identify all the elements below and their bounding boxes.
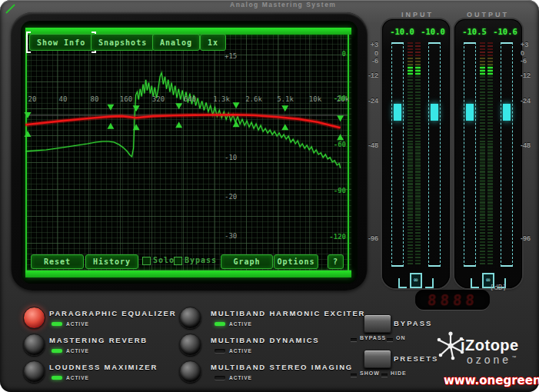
led-segment <box>480 254 485 255</box>
bypass-key-button[interactable] <box>364 314 391 333</box>
history-button[interactable]: History <box>85 254 138 269</box>
led-segment <box>415 223 421 224</box>
led-segment <box>408 131 413 133</box>
options-button[interactable]: Options <box>274 254 318 269</box>
led-segment <box>408 238 413 240</box>
solo-checkbox[interactable] <box>142 257 151 265</box>
input-meter-panel[interactable]: -10.0-10.0∞ <box>382 19 450 288</box>
toolbar-button-snapshots[interactable]: Snapshots <box>91 34 155 51</box>
led-segment <box>415 128 421 130</box>
module-label[interactable]: MASTERING REVERB <box>49 336 148 344</box>
led-segment <box>408 158 413 160</box>
led-segment <box>487 208 493 209</box>
channel-link-icon[interactable]: ∞ <box>382 273 450 288</box>
module-active-led <box>52 322 62 326</box>
led-segment <box>415 88 421 90</box>
led-segment <box>480 82 485 84</box>
toolbar-button-analog[interactable]: Analog <box>152 34 200 51</box>
module-power-button-paragraphic-equalizer[interactable] <box>23 307 45 329</box>
led-segment <box>487 122 493 124</box>
led-segment <box>408 45 413 47</box>
led-segment <box>415 263 421 264</box>
module-power-button-multiband-harmonic-exciter[interactable] <box>179 307 201 329</box>
meter-scale-label: -48 <box>521 141 531 149</box>
solo-checkbox-label[interactable]: Solo <box>153 256 175 264</box>
bypass-checkbox-label[interactable]: Bypass <box>185 256 217 264</box>
led-segment <box>408 161 413 163</box>
led-segment <box>415 42 421 44</box>
module-label[interactable]: LOUDNESS MAXIMIZER <box>49 363 158 371</box>
led-segment <box>487 232 493 234</box>
led-segment <box>480 104 485 105</box>
led-segment <box>487 98 493 99</box>
module-label[interactable]: MULTIBAND DYNAMICS <box>211 336 319 344</box>
led-segment <box>487 168 493 169</box>
led-segment <box>415 82 421 84</box>
led-segment <box>487 177 493 178</box>
led-segment <box>415 161 421 163</box>
output-meter-label: OUTPUT <box>467 11 509 18</box>
show-state-label: SHOW <box>360 370 380 376</box>
module-power-button-mastering-reverb[interactable] <box>23 334 45 356</box>
led-segment <box>415 214 421 215</box>
rms-level-block <box>431 104 438 121</box>
toolbar-button-1x[interactable]: 1x <box>200 34 226 51</box>
led-segment <box>415 95 421 96</box>
led-segment <box>415 116 421 118</box>
led-segment <box>487 198 493 200</box>
led-segment <box>480 211 485 212</box>
led-segment <box>408 192 413 194</box>
led-segment <box>415 119 421 121</box>
meter-scale-label: +3 <box>521 41 528 48</box>
presets-key-label: PRESETS <box>394 354 438 363</box>
module-power-button-multiband-stereo-imaging[interactable] <box>179 360 201 383</box>
led-segment <box>480 88 485 90</box>
rms-meter-bar-right <box>428 42 441 267</box>
toolbar-button-show-info[interactable]: Show Info <box>29 34 93 51</box>
led-segment <box>408 141 413 142</box>
module-label[interactable]: MULTIBAND STEREO IMAGING <box>211 363 353 371</box>
led-segment <box>408 247 413 249</box>
channel-link-icon[interactable]: ∞ <box>454 273 522 288</box>
module-row-multiband-dynamics: MULTIBAND DYNAMICSACTIVE <box>179 333 356 357</box>
help-button[interactable]: ? <box>328 254 344 269</box>
presets-key-button[interactable] <box>364 350 391 368</box>
led-segment <box>408 149 413 151</box>
led-segment <box>408 211 413 212</box>
led-segment <box>487 146 493 148</box>
rms-meter-bar-left <box>464 42 476 267</box>
led-segment <box>415 201 421 203</box>
led-segment <box>408 204 413 206</box>
module-power-button-loudness-maximizer[interactable] <box>23 360 45 383</box>
led-segment <box>480 238 485 240</box>
graph-button[interactable]: Graph <box>221 254 273 269</box>
led-segment <box>487 42 493 44</box>
meter-scale-label: 0 <box>361 49 378 57</box>
led-segment <box>408 226 413 228</box>
module-label[interactable]: MULTIBAND HARMONIC EXCITER <box>211 309 365 317</box>
module-active-led <box>52 376 62 380</box>
led-segment <box>415 251 421 252</box>
module-label[interactable]: PARAGRAPHIC EQUALIZER <box>49 309 176 317</box>
freq-axis-label: 320 <box>152 95 165 103</box>
led-segment <box>415 107 421 108</box>
module-power-button-multiband-dynamics[interactable] <box>179 334 201 356</box>
reset-button[interactable]: Reset <box>31 254 84 269</box>
led-segment <box>480 260 485 261</box>
led-segment <box>480 201 485 203</box>
freq-axis-label: 10k <box>309 95 321 103</box>
led-segment <box>487 135 493 136</box>
led-segment <box>480 192 485 194</box>
led-segment <box>408 198 413 200</box>
led-segment <box>480 146 485 148</box>
led-segment <box>415 138 421 139</box>
led-segment <box>415 192 421 194</box>
led-segment <box>487 220 493 221</box>
led-segment <box>408 254 413 255</box>
output-meter-panel[interactable]: -10.5-10.6∞ <box>454 19 522 288</box>
gain-axis-label: +15 <box>225 52 237 60</box>
bypass-checkbox[interactable] <box>174 257 182 265</box>
led-segment <box>415 177 421 178</box>
led-segment <box>480 214 485 215</box>
led-segment <box>415 104 421 105</box>
